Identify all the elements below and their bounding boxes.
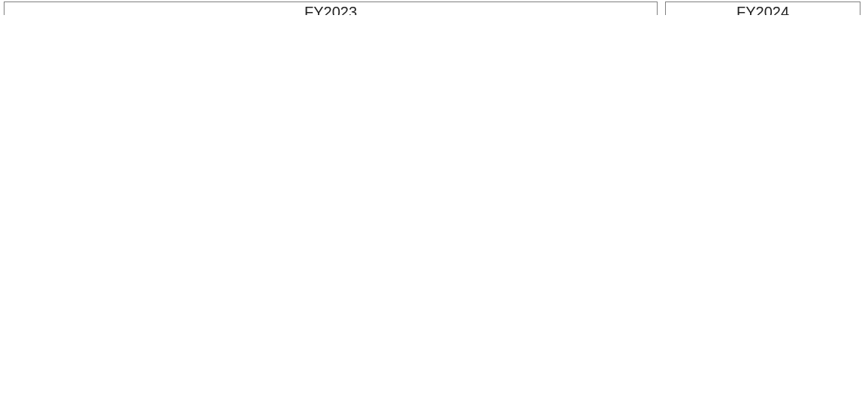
year-fy2023-label: FY2023 xyxy=(304,4,357,15)
year-fy2024-label: FY2024 xyxy=(736,4,789,15)
year-fy2023: FY2023 xyxy=(4,2,658,15)
year-fy2024: FY2024 xyxy=(665,2,860,15)
